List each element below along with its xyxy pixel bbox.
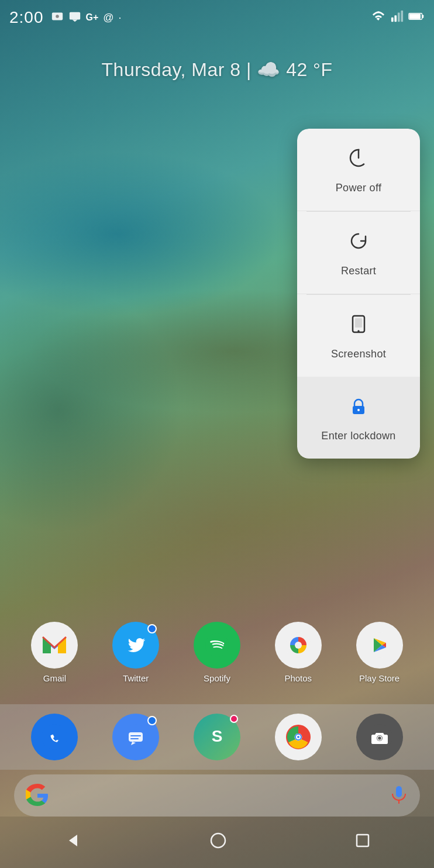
recents-button[interactable] [354,832,371,853]
messages-dock-app[interactable] [112,714,159,760]
more-notifications-icon: · [119,12,122,24]
message-notification-icon [68,10,81,26]
svg-point-1 [56,15,59,18]
svg-point-21 [295,642,302,649]
status-right-icons [371,10,425,26]
dock: S [0,704,434,770]
camera-dock-icon [356,714,403,760]
date-weather: Thursday, Mar 8 | ☁️ 42 °F [0,58,434,81]
lockdown-icon [346,393,371,424]
svg-point-27 [42,724,67,750]
photos-icon [275,622,322,669]
svg-rect-44 [357,835,368,846]
gmail-icon [31,622,78,669]
signal-icon [391,10,404,26]
svg-rect-8 [422,15,424,18]
svg-rect-9 [409,13,421,19]
gplus-notification-icon: G+ [86,12,99,23]
svg-point-38 [297,736,299,738]
microphone-icon [390,785,408,804]
svg-point-14 [358,330,360,332]
svg-marker-42 [69,835,77,846]
phone-dock-app[interactable] [31,714,78,760]
twitter-notification-dot [147,624,157,633]
sketchbook-dock-app[interactable]: S [194,714,240,760]
svg-rect-3 [391,17,394,21]
date-weather-text: Thursday, Mar 8 | ☁️ 42 °F [102,59,333,80]
svg-point-17 [357,409,360,411]
restart-button[interactable]: Restart [297,212,420,294]
enter-lockdown-section: Enter lockdown [297,377,420,459]
phone-dock-icon [31,714,78,760]
enter-lockdown-button[interactable]: Enter lockdown [297,377,420,459]
power-menu-top-section: Power off Restart [297,129,420,377]
twitter-label: Twitter [123,673,149,683]
screenshot-icon [346,311,371,342]
photos-app[interactable]: Photos [275,622,322,683]
spotify-label: Spotify [204,673,230,683]
status-time: 2:00 [9,8,44,27]
screenshot-label: Screenshot [331,348,386,360]
svg-point-19 [205,633,229,657]
search-bar[interactable] [14,774,420,817]
camera-dock-app[interactable] [356,714,403,760]
messages-notification-dot [147,716,157,725]
sketchbook-dot [230,715,238,723]
home-icon [209,831,228,850]
svg-rect-6 [401,10,403,21]
status-icons: G+ @ · [51,10,122,26]
battery-icon [408,11,425,25]
home-button[interactable] [209,831,228,854]
sketchbook-dock-icon: S [194,714,240,760]
voice-search-button[interactable] [390,785,408,806]
playstore-label: Play Store [359,673,399,683]
google-search-input[interactable] [54,774,390,817]
power-off-label: Power off [336,182,381,194]
playstore-icon [356,622,403,669]
photos-label: Photos [284,673,312,683]
svg-rect-15 [355,318,362,328]
svg-rect-5 [398,12,400,22]
messages-dock-icon [112,714,159,760]
svg-text:S: S [212,727,223,745]
back-icon [63,831,82,850]
recents-icon [354,832,371,849]
wifi-icon [371,10,386,26]
screenshot-button[interactable]: Screenshot [297,295,420,377]
status-bar: 2:00 G+ @ · [0,0,434,35]
gmail-label: Gmail [43,673,66,683]
chrome-dock-app[interactable] [275,714,322,760]
navigation-bar [0,817,434,868]
svg-rect-29 [129,732,143,742]
playstore-app[interactable]: Play Store [356,622,403,683]
svg-point-43 [211,833,225,848]
svg-rect-2 [69,12,80,19]
restart-label: Restart [341,265,376,277]
chrome-dock-icon [275,714,322,760]
gmail-app[interactable]: Gmail [31,622,78,683]
google-logo [26,784,49,807]
power-off-button[interactable]: Power off [297,129,420,211]
spotify-app[interactable]: Spotify [194,622,240,683]
at-notification-icon: @ [103,12,113,24]
twitter-app[interactable]: Twitter [112,622,159,683]
back-button[interactable] [63,831,82,854]
spotify-icon [194,622,240,669]
photo-notification-icon [51,10,64,26]
app-row: Gmail Twitter Spotify [0,612,434,693]
twitter-icon [112,622,159,669]
power-menu: Power off Restart [297,129,420,459]
svg-rect-4 [394,15,397,22]
enter-lockdown-label: Enter lockdown [321,430,395,442]
power-off-icon [346,145,371,176]
restart-icon [346,228,371,259]
